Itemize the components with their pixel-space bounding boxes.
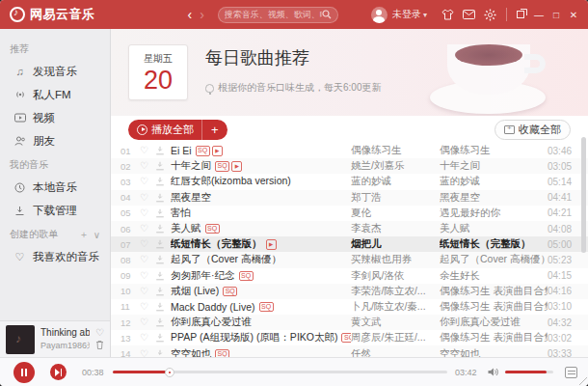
like-heart-icon[interactable]: ♡ — [140, 333, 155, 343]
song-artist[interactable]: 任然 — [351, 347, 440, 357]
like-heart-icon[interactable]: ♡ — [140, 255, 155, 264]
progress-bar[interactable] — [113, 371, 447, 373]
song-artist[interactable]: 郑丁浩 — [351, 191, 440, 205]
like-heart-icon[interactable]: ♡ — [140, 161, 155, 171]
sidebar-item-video[interactable]: 视频 — [0, 106, 110, 129]
song-title[interactable]: 匆匆那年·纪念SQ — [171, 269, 351, 283]
song-row[interactable]: 09 ♡ 匆匆那年·纪念SQ 李剑风/洛依 余生好长 04:15 — [111, 268, 588, 284]
resize-handle[interactable] — [579, 377, 587, 385]
song-title[interactable]: Mack Daddy (Live)SQ — [171, 301, 351, 313]
song-artist[interactable]: 黄文武 — [351, 316, 440, 329]
mv-badge[interactable]: ▶ — [231, 161, 242, 172]
song-title[interactable]: 空空如也SQ — [171, 347, 351, 357]
download-icon[interactable] — [155, 146, 171, 155]
forward-arrow-icon[interactable]: › — [200, 8, 204, 21]
now-playing-mini[interactable]: Thinking about u Payam1986米 /... ♡ — [0, 320, 110, 357]
song-row[interactable]: 14 ♡ 空空如也SQ 任然 空空如也 03:33 — [111, 345, 588, 357]
like-heart-icon[interactable]: ♡ — [140, 239, 155, 249]
close-icon[interactable]: ✕ — [565, 10, 582, 20]
album-art-thumbnail[interactable] — [6, 325, 35, 354]
mini-mode-icon[interactable] — [513, 9, 530, 20]
song-row[interactable]: 06 ♡ 美人赋SQ 李袁杰 美人赋 04:08 — [111, 221, 588, 236]
song-title[interactable]: 黑夜星空 — [171, 191, 351, 205]
song-artist[interactable]: 夏伦 — [351, 207, 440, 220]
sidebar-item-discover[interactable]: ♫ 发现音乐 — [0, 60, 110, 83]
sidebar-item-download-manager[interactable]: 下载管理 — [0, 199, 110, 222]
song-album[interactable]: 你到底真心爱过谁 — [440, 316, 548, 329]
song-album[interactable]: 空空如也 — [440, 347, 548, 357]
song-album[interactable]: 纸短情长（完整版） — [440, 237, 548, 251]
song-title[interactable]: 你到底真心爱过谁 — [171, 316, 351, 329]
volume-icon[interactable] — [488, 367, 499, 377]
download-icon[interactable] — [155, 239, 171, 249]
download-icon[interactable] — [155, 255, 171, 264]
song-album[interactable]: 偶像练习生 表演曲目合集 — [440, 285, 548, 298]
song-row[interactable]: 07 ♡ 纸短情长（完整版）▶ 烟把儿 纸短情长（完整版） 05:00 — [111, 236, 588, 252]
like-heart-icon[interactable]: ♡ — [140, 302, 155, 312]
song-title[interactable]: PPAP (A组现场版) (原唱：PIKO太郎)SQ — [171, 331, 351, 345]
song-album[interactable]: 蓝的妙诚 — [440, 175, 548, 188]
sidebar-item-fm[interactable]: 私人FM — [0, 83, 110, 106]
download-icon[interactable] — [155, 287, 171, 296]
download-icon[interactable] — [155, 349, 171, 357]
like-heart-icon[interactable]: ♡ — [140, 146, 155, 155]
song-title[interactable]: Ei EiSQ▶ — [171, 145, 351, 156]
song-title[interactable]: 戒烟 (Live)SQ — [171, 285, 351, 298]
add-to-playlist-icon[interactable]: + — [202, 124, 227, 136]
like-heart-icon[interactable]: ♡ — [140, 287, 155, 296]
pause-button[interactable] — [13, 362, 35, 383]
song-album[interactable]: 偶像练习生 表演曲目合集 — [440, 300, 548, 314]
song-artist[interactable]: 周彦辰/朱正廷/... — [351, 331, 440, 345]
back-arrow-icon[interactable]: ‹ — [188, 8, 193, 21]
chevron-down-icon[interactable]: ∨ — [94, 230, 100, 240]
like-heart-icon[interactable]: ♡ — [140, 193, 155, 203]
settings-gear-icon[interactable] — [479, 9, 500, 21]
song-album[interactable]: 偶像练习生 — [440, 144, 548, 157]
play-all-button[interactable]: 播放全部 + — [128, 120, 227, 140]
app-logo[interactable]: 网易云音乐 — [0, 6, 105, 23]
song-row[interactable]: 12 ♡ 你到底真心爱过谁 黄文武 你到底真心爱过谁 04:32 — [111, 315, 588, 330]
song-artist[interactable]: 姚兰/刘嘉乐 — [351, 159, 440, 173]
song-album[interactable]: 遇见最好的你 — [440, 207, 548, 220]
sidebar-item-friends[interactable]: 朋友 — [0, 129, 110, 152]
song-row[interactable]: 11 ♡ Mack Daddy (Live)SQ 卜凡/陈立农/秦... 偶像练… — [111, 299, 588, 315]
maximize-icon[interactable]: □ — [548, 10, 565, 20]
song-row[interactable]: 10 ♡ 戒烟 (Live)SQ 李荣浩/陈立农/... 偶像练习生 表演曲目合… — [111, 284, 588, 299]
download-icon[interactable] — [155, 208, 171, 218]
song-artist[interactable]: 蓝的妙诚 — [351, 175, 440, 188]
song-title[interactable]: 红唇女郎(kizomba version) — [171, 175, 351, 188]
next-track-button[interactable] — [50, 364, 67, 380]
search-input[interactable] — [225, 10, 322, 19]
download-icon[interactable] — [155, 302, 171, 312]
login-label[interactable]: 未登录 — [392, 8, 421, 21]
song-title[interactable]: 害怕 — [171, 207, 351, 220]
download-icon[interactable] — [155, 224, 171, 234]
song-album[interactable]: 黑夜星空 — [440, 191, 548, 205]
song-album[interactable]: 余生好长 — [440, 269, 548, 283]
minimize-icon[interactable]: — — [530, 10, 548, 20]
song-row[interactable]: 01 ♡ Ei EiSQ▶ 偶像练习生 偶像练习生 03:46 — [111, 143, 588, 158]
trash-icon[interactable] — [95, 340, 104, 351]
like-heart-icon[interactable]: ♡ — [140, 224, 155, 234]
like-heart-icon[interactable]: ♡ — [140, 208, 155, 218]
like-heart-icon[interactable]: ♡ — [140, 317, 155, 327]
skin-shirt-icon[interactable] — [437, 9, 458, 20]
song-row[interactable]: 03 ♡ 红唇女郎(kizomba version) 蓝的妙诚 蓝的妙诚 05:… — [111, 174, 588, 189]
volume-bar[interactable] — [505, 371, 553, 373]
song-title[interactable]: 十年之间SQ▶ — [171, 159, 351, 173]
add-playlist-icon[interactable]: ＋ — [79, 228, 89, 241]
song-artist[interactable]: 卜凡/陈立农/秦... — [351, 300, 440, 314]
sidebar-item-liked-music[interactable]: ♡ 我喜欢的音乐 — [0, 245, 110, 268]
download-icon[interactable] — [155, 177, 171, 186]
scrollbar[interactable] — [581, 137, 586, 253]
like-heart-icon[interactable]: ♡ — [140, 271, 155, 281]
play-queue-icon[interactable] — [565, 367, 577, 378]
mail-icon[interactable] — [458, 10, 479, 19]
like-heart-icon[interactable]: ♡ — [140, 349, 155, 357]
song-album[interactable]: 起风了（Cover 高橋優）《... — [440, 253, 548, 266]
download-icon[interactable] — [155, 333, 171, 343]
song-artist[interactable]: 买辣椒也用券 — [351, 253, 440, 266]
mv-badge[interactable]: ▶ — [212, 146, 223, 156]
song-row[interactable]: 05 ♡ 害怕 夏伦 遇见最好的你 04:21 — [111, 206, 588, 221]
song-artist[interactable]: 李剑风/洛依 — [351, 269, 440, 283]
